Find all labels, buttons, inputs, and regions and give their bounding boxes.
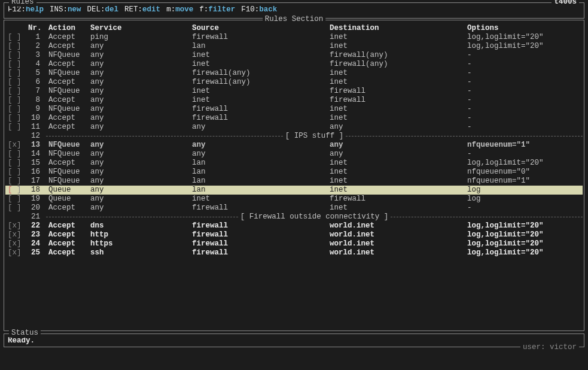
table-row[interactable]: [ ]15Acceptanylaninetlog,loglimit="20" <box>5 159 583 168</box>
shortcut-key: RET: <box>124 5 142 14</box>
row-select-indicator[interactable]: [ ] <box>5 96 26 105</box>
row-select-indicator[interactable]: [x] <box>5 248 26 257</box>
table-row[interactable]: [x]25Acceptsshfirewallworld.inetlog,logl… <box>5 248 583 257</box>
table-row[interactable]: [ ]14NFQueueanyanyany- <box>5 150 583 159</box>
cell-source: firewall <box>190 222 327 231</box>
cell-action: Accept <box>46 123 88 132</box>
table-row[interactable]: [x]23Accepthttpfirewallworld.inetlog,log… <box>5 231 583 239</box>
row-select-indicator[interactable]: [ ] <box>5 87 26 96</box>
section-divider: 12[ IPS stuff ] <box>5 132 583 141</box>
row-select-indicator[interactable]: [ ] <box>5 69 26 78</box>
cell-service: any <box>88 69 190 78</box>
table-row[interactable]: [ ]8Acceptanyinetfirewall- <box>5 96 583 105</box>
row-select-indicator[interactable]: [ ] <box>5 204 26 213</box>
status-box: Status Ready. user: victor <box>4 333 584 347</box>
row-select-indicator[interactable]: [ ] <box>5 123 26 132</box>
cell-service: ping <box>88 33 190 42</box>
row-select-indicator[interactable]: [x] <box>5 141 26 150</box>
cell-dest: any <box>327 123 465 132</box>
shortcut-item[interactable]: RET:edit <box>124 5 160 14</box>
section-divider: 21[ Firewall outside connectivity ] <box>5 213 583 222</box>
cell-service: any <box>88 141 190 150</box>
row-select-indicator[interactable]: [ ] <box>5 114 26 123</box>
table-row[interactable]: [x]22Acceptdnsfirewallworld.inetlog,logl… <box>5 222 583 231</box>
divider-nr: 12 <box>5 132 46 141</box>
table-row[interactable]: [x]13NFQueueanyanyanynfqueuenum="1" <box>5 141 583 150</box>
cell-options: nfqueuenum="1" <box>465 177 583 186</box>
row-select-indicator[interactable]: [ ] <box>5 195 26 204</box>
cell-service: any <box>88 105 190 114</box>
cell-dest: firewall <box>327 195 465 204</box>
col-header-options: Options <box>465 24 583 33</box>
shortcut-item[interactable]: DEL:del <box>87 5 119 14</box>
table-row[interactable]: [ ]3NFQueueanyinetfirewall(any)- <box>5 51 583 60</box>
cell-options: - <box>465 150 583 159</box>
cell-source: firewall <box>190 105 327 114</box>
table-row[interactable]: [ ]18Queueanylaninetlog <box>5 186 583 195</box>
table-row[interactable]: [ ]19Queueanyinetfirewalllog <box>5 195 583 204</box>
row-select-indicator[interactable]: [ ] <box>5 150 26 159</box>
cell-nr: 1 <box>26 33 46 42</box>
cell-nr: 19 <box>26 195 46 204</box>
cell-dest: firewall(any) <box>327 60 465 69</box>
row-select-indicator[interactable]: [x] <box>5 222 26 231</box>
row-select-indicator[interactable]: [ ] <box>5 186 26 195</box>
cell-service: any <box>88 150 190 159</box>
cell-options: log,loglimit="20" <box>465 248 583 257</box>
cell-action: Queue <box>46 195 88 204</box>
row-select-indicator[interactable]: [x] <box>5 231 26 239</box>
row-select-indicator[interactable]: [ ] <box>5 159 26 168</box>
status-title: Status <box>9 329 41 338</box>
table-row[interactable]: [ ]11Acceptanyanyany- <box>5 123 583 132</box>
table-row[interactable]: [ ]16NFQueueanylaninetnfqueuenum="0" <box>5 168 583 177</box>
cell-options: - <box>465 87 583 96</box>
cell-options: log,loglimit="20" <box>465 222 583 231</box>
table-row[interactable]: [ ]20Acceptanyfirewallinet- <box>5 204 583 213</box>
table-row[interactable]: [ ]5NFQueueanyfirewall(any)inet- <box>5 69 583 78</box>
cell-service: any <box>88 159 190 168</box>
shortcut-item[interactable]: F10:back <box>241 5 277 14</box>
row-select-indicator[interactable]: [ ] <box>5 177 26 186</box>
shortcut-label: filter <box>208 5 235 14</box>
table-row[interactable]: [ ]17NFQueueanylaninetnfqueuenum="1" <box>5 177 583 186</box>
shortcut-label: move <box>175 5 193 14</box>
row-select-indicator[interactable]: [ ] <box>5 42 26 51</box>
cell-nr: 23 <box>26 231 46 239</box>
table-row[interactable]: [ ]2Acceptanylaninetlog,loglimit="20" <box>5 42 583 51</box>
shortcut-label: edit <box>142 5 160 14</box>
row-select-indicator[interactable]: [ ] <box>5 78 26 87</box>
table-row[interactable]: [ ]6Acceptanyfirewall(any)inet- <box>5 78 583 87</box>
cell-action: NFQueue <box>46 87 88 96</box>
row-select-indicator[interactable]: [ ] <box>5 168 26 177</box>
shortcut-item[interactable]: m:move <box>166 5 193 14</box>
row-select-indicator[interactable]: [ ] <box>5 51 26 60</box>
cell-nr: 14 <box>26 150 46 159</box>
row-select-indicator[interactable]: [x] <box>5 239 26 248</box>
cell-action: NFQueue <box>46 51 88 60</box>
table-row[interactable]: [ ]4Acceptanyinetfirewall(any)- <box>5 60 583 69</box>
cell-dest: inet <box>327 168 465 177</box>
table-row[interactable]: [ ]1Acceptpingfirewallinetlog,loglimit="… <box>5 33 583 42</box>
shortcut-item[interactable]: f:filter <box>199 5 235 14</box>
shortcut-item[interactable]: INS:new <box>50 5 81 14</box>
table-row[interactable]: [ ]10Acceptanyfirewallinet- <box>5 114 583 123</box>
cell-options: log,loglimit="20" <box>465 231 583 239</box>
cell-service: https <box>88 239 190 248</box>
cell-action: NFQueue <box>46 150 88 159</box>
table-row[interactable]: [ ]9NFQueueanyfirewallinet- <box>5 105 583 114</box>
row-select-indicator[interactable]: [ ] <box>5 105 26 114</box>
cell-action: NFQueue <box>46 168 88 177</box>
table-row[interactable]: [x]24Accepthttpsfirewallworld.inetlog,lo… <box>5 239 583 248</box>
row-select-indicator[interactable]: [ ] <box>5 33 26 42</box>
cell-action: Accept <box>46 248 88 257</box>
cell-nr: 13 <box>26 141 46 150</box>
cell-options: - <box>465 204 583 213</box>
col-header-action: Action <box>46 24 88 33</box>
table-row[interactable]: [ ]7NFQueueanyinetfirewall- <box>5 87 583 96</box>
rules-table[interactable]: Nr. Action Service Source Destination Op… <box>5 24 583 257</box>
cell-options: nfqueuenum="0" <box>465 168 583 177</box>
cell-dest: inet <box>327 33 465 42</box>
cell-service: any <box>88 168 190 177</box>
cell-options: - <box>465 123 583 132</box>
row-select-indicator[interactable]: [ ] <box>5 60 26 69</box>
